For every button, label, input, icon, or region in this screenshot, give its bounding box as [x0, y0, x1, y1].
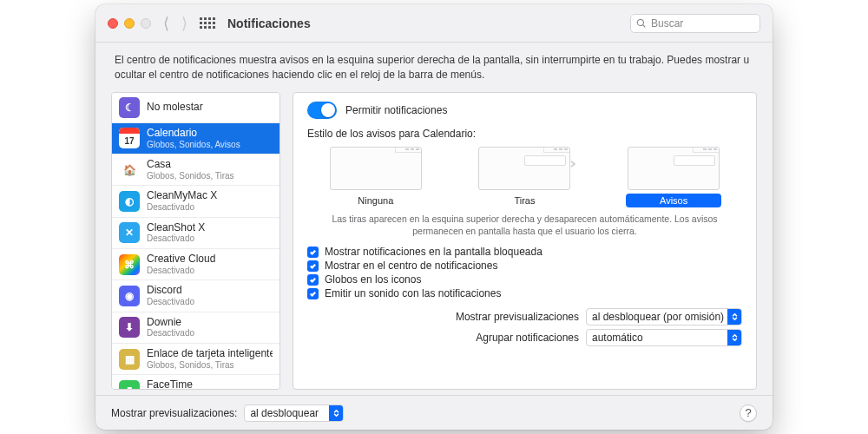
sidebar-item-label: Enlace de tarjeta inteligente [147, 348, 273, 360]
app-list[interactable]: ☾ No molestar 17 Calendario Globos, Soni… [111, 92, 280, 390]
style-thumb [330, 147, 422, 190]
sidebar-item-sub: Desactivado [147, 233, 205, 244]
select-dropdown[interactable]: automático [586, 329, 742, 346]
check-label: Mostrar notificaciones en la pantalla bl… [325, 246, 542, 258]
app-icon: ◐ [119, 191, 140, 212]
description-text: El centro de notificaciones muestra avis… [95, 43, 773, 92]
select-label: Agrupar notificaciones [476, 332, 579, 344]
footer-select-value: al desbloquear [250, 407, 319, 419]
select-value: automático [592, 332, 643, 344]
sidebar-item-label: FaceTime [147, 379, 234, 390]
style-label: Estilo de los avisos para Calendario: [307, 128, 742, 140]
sidebar-item-sub: Globos, Sonidos, Tiras [147, 171, 234, 181]
sidebar-item-label: Discord [147, 285, 194, 297]
style-caption: Avisos [626, 194, 721, 207]
check-row-0[interactable]: Mostrar notificaciones en la pantalla bl… [307, 246, 742, 258]
app-icon: ▮ [119, 380, 140, 390]
style-option-tiras[interactable]: Tiras [477, 147, 572, 207]
sidebar-item-sub: Desactivado [147, 297, 194, 307]
detail-pane: Permitir notificaciones Estilo de los av… [293, 92, 757, 390]
footer-label: Mostrar previsualizaciones: [111, 407, 237, 419]
check-label: Globos en los iconos [325, 273, 421, 286]
app-icon: ⬇ [119, 317, 140, 338]
app-icon: 17 [119, 128, 140, 148]
chevron-updown-icon [329, 405, 343, 421]
sidebar-item-enlace-de-tarjeta-inteligente[interactable]: ▦ Enlace de tarjeta inteligente Globos, … [112, 344, 279, 375]
maximize-icon [141, 18, 151, 29]
checkbox-icon [307, 274, 319, 286]
search-input[interactable]: Buscar [630, 14, 760, 33]
checkbox-icon [307, 260, 319, 272]
sidebar-item-sub: Globos, Sonidos, Tiras [147, 360, 273, 371]
show-all-icon[interactable] [200, 17, 215, 29]
toolbar: ⟨ ⟩ Notificaciones Buscar [95, 4, 773, 43]
style-hint: Las tiras aparecen en la esquina superio… [307, 209, 742, 244]
app-icon: 🏠 [119, 160, 140, 181]
checkbox-icon [307, 247, 319, 258]
main-pane: ☾ No molestar 17 Calendario Globos, Soni… [95, 92, 773, 395]
allow-toggle[interactable] [307, 102, 337, 119]
app-icon: ⌘ [119, 254, 140, 275]
forward-button: ⟩ [181, 14, 187, 33]
sidebar-item-sub: Desactivado [147, 328, 194, 339]
check-row-1[interactable]: Mostrar en el centro de notificaciones [307, 260, 742, 272]
sidebar-item-cleanshot-x[interactable]: ✕ CleanShot X Desactivado [112, 218, 279, 249]
sidebar-item-casa[interactable]: 🏠 Casa Globos, Sonidos, Tiras [112, 155, 279, 186]
help-button[interactable]: ? [740, 404, 757, 422]
chevron-updown-icon [727, 330, 741, 345]
footer-select[interactable]: al desbloquear [244, 404, 344, 422]
nav-arrows: ⟨ ⟩ [163, 14, 187, 33]
select-list: Mostrar previsualizaciones al desbloquea… [307, 305, 742, 346]
sidebar-item-label: Calendario [147, 128, 240, 140]
check-label: Emitir un sonido con las notificaciones [325, 287, 501, 299]
app-icon: ✕ [119, 222, 140, 243]
sidebar-item-discord[interactable]: ◉ Discord Desactivado [112, 280, 279, 312]
sidebar-item-label: CleanMyMac X [147, 190, 217, 202]
search-placeholder: Buscar [651, 17, 683, 30]
back-button[interactable]: ⟨ [163, 14, 169, 33]
close-icon[interactable] [108, 18, 118, 29]
style-caption: Ninguna [328, 194, 424, 207]
style-thumb [628, 147, 720, 190]
sidebar-item-label: No molestar [147, 102, 203, 114]
sidebar-item-no-molestar[interactable]: ☾ No molestar [112, 93, 279, 123]
select-row-0: Mostrar previsualizaciones al desbloquea… [307, 308, 742, 326]
check-label: Mostrar en el centro de notificaciones [325, 260, 497, 272]
window-title: Notificaciones [227, 16, 311, 30]
sidebar-item-label: Casa [147, 159, 234, 171]
footer: Mostrar previsualizaciones: al desbloque… [95, 395, 773, 430]
style-caption: Tiras [477, 194, 572, 207]
select-value: al desbloquear (por omisión) [592, 311, 724, 323]
sidebar-item-sub: Desactivado [147, 202, 217, 213]
sidebar-item-sub: Desactivado [147, 266, 215, 276]
sidebar-item-downie[interactable]: ⬇ Downie Desactivado [112, 312, 279, 344]
app-icon: ▦ [119, 349, 140, 370]
minimize-icon[interactable] [124, 18, 135, 29]
style-thumb [478, 147, 570, 190]
select-label: Mostrar previsualizaciones [456, 311, 579, 323]
style-option-avisos[interactable]: Avisos [626, 147, 721, 207]
app-icon: ☾ [119, 97, 140, 118]
check-row-3[interactable]: Emitir un sonido con las notificaciones [307, 287, 742, 299]
select-dropdown[interactable]: al desbloquear (por omisión) [586, 308, 742, 326]
checkbox-icon [307, 288, 319, 299]
sidebar-item-label: CleanShot X [147, 222, 205, 234]
sidebar-item-label: Downie [147, 317, 194, 329]
check-list: Mostrar notificaciones en la pantalla bl… [307, 244, 742, 301]
sidebar-item-calendario[interactable]: 17 Calendario Globos, Sonidos, Avisos [112, 123, 279, 155]
traffic-lights [108, 18, 151, 29]
search-icon [636, 18, 647, 29]
check-row-2[interactable]: Globos en los iconos [307, 273, 742, 286]
style-options: Ninguna Tiras Avisos [307, 147, 742, 207]
allow-label: Permitir notificaciones [345, 104, 447, 116]
sidebar-item-cleanmymac-x[interactable]: ◐ CleanMyMac X Desactivado [112, 186, 279, 217]
sidebar-item-label: Creative Cloud [147, 253, 215, 266]
style-option-none[interactable]: Ninguna [328, 147, 424, 207]
chevron-updown-icon [727, 309, 741, 325]
sidebar-item-facetime[interactable]: ▮ FaceTime Globos, Sonidos, Tiras [112, 375, 279, 390]
app-icon: ◉ [119, 286, 140, 306]
preferences-window: ⟨ ⟩ Notificaciones Buscar El centro de n… [95, 4, 773, 430]
sidebar-item-sub: Globos, Sonidos, Avisos [147, 140, 240, 150]
select-row-1: Agrupar notificaciones automático [307, 329, 742, 346]
sidebar-item-creative-cloud[interactable]: ⌘ Creative Cloud Desactivado [112, 249, 279, 280]
